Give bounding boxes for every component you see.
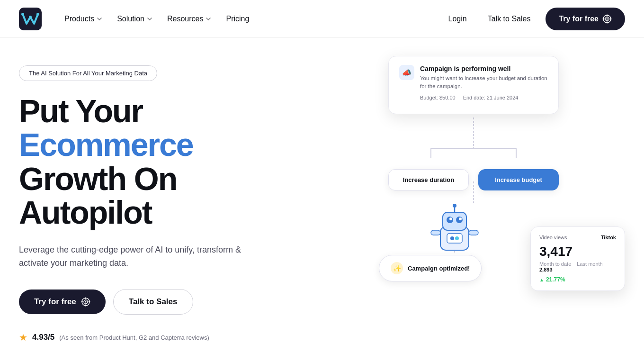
nav-pricing[interactable]: Pricing <box>220 11 255 27</box>
star-icon: ★ <box>19 332 27 343</box>
campaign-info: Campaign is performing well You might wa… <box>420 65 548 100</box>
svg-point-13 <box>85 301 86 303</box>
try-free-nav-label: Try for free <box>559 15 599 23</box>
campaign-title: Campaign is performing well <box>420 65 548 72</box>
tiktok-growth: 21.77% <box>539 276 616 283</box>
svg-point-1 <box>21 13 24 16</box>
hero-title-accent: Ecommerce <box>19 127 193 163</box>
nav-pricing-label: Pricing <box>226 15 249 23</box>
rating-score: 4.93/5 <box>32 333 54 342</box>
rating-row: ★ 4.93/5 (As seen from Product Hunt, G2 … <box>19 332 313 343</box>
nav-products-label: Products <box>64 15 94 23</box>
svg-point-2 <box>36 13 39 16</box>
nav-products[interactable]: Products <box>59 11 108 27</box>
hero-left: The AI Solution For All Your Marketing D… <box>19 61 313 362</box>
target-icon-hero <box>81 297 90 307</box>
try-free-hero-button[interactable]: Try for free <box>19 290 106 314</box>
try-free-hero-label: Try for free <box>34 297 76 307</box>
tiktok-stats-row: Month to date 2,893 Last month <box>539 261 616 272</box>
tiktok-platform-label: Tiktok <box>601 235 616 240</box>
chevron-down-icon-2 <box>146 16 153 22</box>
chevron-down-icon-3 <box>205 16 212 22</box>
hero-illustration: 📣 Campaign is performing well You might … <box>360 56 625 331</box>
nav-solution[interactable]: Solution <box>111 11 159 27</box>
hero-title-line2: Growth On Autopilot <box>19 161 177 230</box>
robot-svg <box>426 203 483 260</box>
hero-cta-row: Try for free Talk to Sales <box>19 289 313 315</box>
end-date-label: End date: 21 June 2024 <box>463 95 519 100</box>
action-cards-row: Increase duration Increase budget <box>388 158 559 190</box>
nav-resources[interactable]: Resources <box>161 11 217 27</box>
hero-title: Put Your Ecommerce Growth On Autopilot <box>19 94 313 230</box>
optimized-icon: ✨ <box>391 262 403 274</box>
svg-point-32 <box>453 204 456 208</box>
hero-subtitle: Leverage the cutting-edge power of AI to… <box>19 243 256 271</box>
tiktok-last-month-stat: Last month <box>577 261 602 272</box>
talk-to-sales-hero-button[interactable]: Talk to Sales <box>113 289 193 315</box>
tiktok-month-stat: Month to date 2,893 <box>539 261 571 272</box>
nav-solution-label: Solution <box>117 15 144 23</box>
svg-rect-33 <box>431 230 440 235</box>
svg-point-37 <box>455 236 459 240</box>
svg-rect-34 <box>469 230 478 235</box>
hero-section: The AI Solution For All Your Marketing D… <box>0 38 644 362</box>
campaign-icon: 📣 <box>399 65 414 80</box>
chevron-down-icon <box>96 16 103 22</box>
hero-badge: The AI Solution For All Your Marketing D… <box>19 65 157 81</box>
svg-point-36 <box>450 236 454 240</box>
svg-point-6 <box>607 18 608 19</box>
tiktok-stats-card: Video views Tiktok 3,417 Month to date 2… <box>530 226 625 291</box>
target-icon <box>602 14 612 24</box>
navbar: Products Solution Resources <box>0 0 644 38</box>
logo[interactable] <box>19 8 42 30</box>
login-button[interactable]: Login <box>443 11 473 27</box>
tiktok-views: 3,417 <box>539 244 616 259</box>
campaign-meta: Budget: $50.00 End date: 21 June 2024 <box>420 95 548 100</box>
logo-icon <box>19 8 42 30</box>
try-free-nav-button[interactable]: Try for free <box>546 8 625 30</box>
budget-label: Budget: $50.00 <box>420 95 456 100</box>
rating-label: (As seen from Product Hunt, G2 and Capte… <box>59 334 209 341</box>
tiktok-month-value: 2,893 <box>539 267 553 272</box>
svg-point-3 <box>29 16 32 18</box>
tiktok-header: Video views Tiktok <box>539 235 616 240</box>
tiktok-month-label: Month to date <box>539 261 571 267</box>
campaign-card: 📣 Campaign is performing well You might … <box>388 56 559 114</box>
talk-sales-hero-label: Talk to Sales <box>129 297 178 307</box>
svg-rect-26 <box>443 212 466 230</box>
talk-to-sales-nav-button[interactable]: Talk to Sales <box>482 11 537 27</box>
hero-title-line1: Put Your <box>19 93 143 129</box>
svg-point-30 <box>459 217 462 220</box>
svg-rect-35 <box>447 234 462 243</box>
action-card-duration[interactable]: Increase duration <box>388 169 469 190</box>
nav-left: Products Solution Resources <box>19 8 255 30</box>
nav-right: Login Talk to Sales Try for free <box>443 8 625 30</box>
nav-links: Products Solution Resources <box>59 11 255 27</box>
tiktok-metric-label: Video views <box>539 235 567 240</box>
svg-point-29 <box>449 217 452 220</box>
robot-illustration <box>426 203 483 260</box>
nav-resources-label: Resources <box>167 15 203 23</box>
action-card-budget[interactable]: Increase budget <box>478 169 559 190</box>
optimized-label: Campaign optimized! <box>408 265 470 272</box>
campaign-desc: You might want to increase your budget a… <box>420 74 548 91</box>
campaign-optimized-card: ✨ Campaign optimized! <box>379 255 482 281</box>
tiktok-last-month-label: Last month <box>577 261 602 267</box>
campaign-card-header: 📣 Campaign is performing well You might … <box>399 65 548 100</box>
